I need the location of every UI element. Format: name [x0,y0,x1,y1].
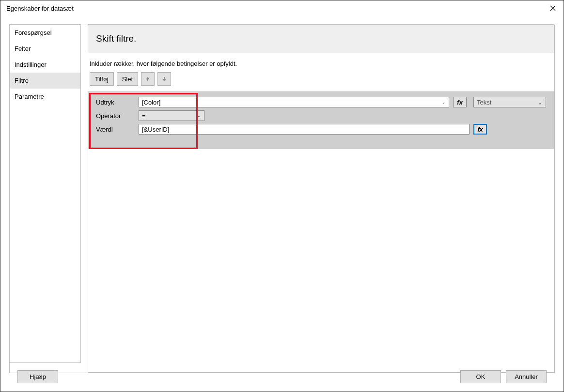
sidebar-item-label: Forespørgsel [15,29,52,36]
delete-button[interactable]: Slet [117,72,138,86]
move-up-button[interactable] [141,72,155,86]
fx-icon: fx [477,126,483,133]
arrow-up-icon [145,76,151,82]
dialog-body: Forespørgsel Felter Indstillinger Filtre… [9,25,555,373]
sidebar-item-label: Felter [15,45,31,52]
type-value: Tekst [477,99,491,106]
empty-area [88,149,554,372]
panel-title: Skift filtre. [96,33,546,44]
operator-combobox[interactable]: = ⌄ [139,110,204,121]
sidebar-item-filters[interactable]: Filtre [10,73,80,89]
operator-label: Operator [96,112,135,120]
help-button[interactable]: Hjælp [17,370,58,383]
filters-list: Udtryk [Color] ⌄ fx Tekst ⌄ Operator [88,91,554,373]
expression-label: Udtryk [96,99,135,106]
close-icon [550,5,556,11]
panel-header: Skift filtre. [88,24,554,53]
titlebar: Egenskaber for datasæt [0,0,564,16]
window-title: Egenskaber for datasæt [6,5,74,12]
dialog-footer: Hjælp OK Annuller [17,370,547,383]
ok-button[interactable]: OK [460,370,501,383]
close-button[interactable] [548,3,558,13]
toolbar: Tilføj Slet [90,72,552,86]
type-combobox[interactable]: Tekst ⌄ [473,97,546,107]
add-button[interactable]: Tilføj [90,72,114,86]
sidebar-item-query[interactable]: Forespørgsel [10,25,80,41]
filter-footer-bar [88,142,554,149]
cancel-button[interactable]: Annuller [506,370,547,383]
arrow-down-icon [161,76,167,82]
value-fx-button[interactable]: fx [473,124,487,135]
sidebar-item-label: Filtre [15,77,29,84]
filter-row: Udtryk [Color] ⌄ fx Tekst ⌄ Operator [88,92,554,149]
value-label: Værdi [96,126,135,133]
chevron-down-icon: ⌄ [537,99,543,106]
expression-fx-button[interactable]: fx [453,97,467,107]
sidebar: Forespørgsel Felter Indstillinger Filtre… [9,24,81,363]
sidebar-item-options[interactable]: Indstillinger [10,57,80,73]
main-panel: Skift filtre. Inkluder rækker, hvor følg… [88,24,554,373]
sidebar-item-parameters[interactable]: Parametre [10,89,80,105]
sidebar-item-label: Parametre [15,93,44,100]
chevron-down-icon: ⌄ [442,100,446,105]
fx-icon: fx [457,99,463,106]
move-down-button[interactable] [157,72,171,86]
sidebar-item-label: Indstillinger [15,61,47,68]
operator-value: = [142,112,146,120]
sidebar-item-fields[interactable]: Felter [10,41,80,57]
expression-combobox[interactable]: [Color] ⌄ [139,97,449,107]
expression-value: [Color] [142,99,160,106]
value-input[interactable] [139,124,470,135]
instruction-text: Inkluder rækker, hvor følgende betingels… [90,53,552,72]
chevron-down-icon: ⌄ [197,113,201,118]
